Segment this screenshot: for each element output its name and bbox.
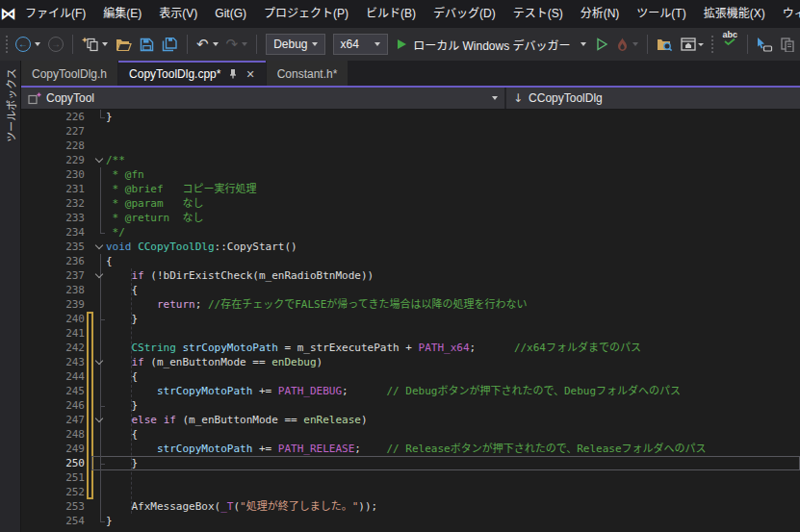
line-number[interactable]: 241 (21, 326, 85, 341)
menu-item-11[interactable]: ウィンドウ(W) (774, 0, 800, 28)
line-number[interactable]: 236 (21, 254, 85, 268)
run-caret-icon[interactable] (581, 42, 586, 46)
undo-caret-icon[interactable] (213, 42, 219, 46)
code-text[interactable]: * @brief コピー実行処理 (106, 182, 256, 196)
open-file-button[interactable] (113, 32, 135, 57)
find-in-files-button[interactable] (654, 32, 676, 57)
line-number[interactable]: 237 (21, 268, 85, 283)
code-text[interactable]: } (106, 110, 113, 124)
code-text[interactable]: else if (m_enButtonMode == enRelease) (106, 413, 368, 427)
code-text[interactable]: } (106, 398, 138, 413)
new-project-caret-icon[interactable] (102, 42, 108, 46)
code-text[interactable]: */ (106, 225, 125, 240)
menu-item-5[interactable]: ビルド(B) (357, 0, 425, 28)
line-number[interactable]: 245 (21, 384, 85, 398)
solution-platform-dropdown[interactable]: x64 (333, 34, 389, 55)
code-text[interactable]: } (106, 514, 113, 528)
code-text[interactable]: void CCopyToolDlg::CopyStart() (106, 240, 297, 254)
line-number[interactable]: 252 (21, 485, 85, 499)
menu-item-9[interactable]: ツール(T) (628, 0, 694, 28)
code-text[interactable]: { (106, 369, 138, 384)
code-editor[interactable]: 226}227228229/**230 * @fn231 * @brief コピ… (21, 110, 800, 532)
home-caret-icon[interactable] (698, 43, 704, 46)
line-number[interactable]: 244 (21, 369, 85, 384)
line-number[interactable]: 243 (21, 355, 85, 369)
profiler-button[interactable] (613, 32, 641, 57)
line-number[interactable]: 231 (21, 182, 85, 196)
line-number[interactable]: 230 (21, 167, 85, 182)
line-number[interactable]: 254 (21, 514, 85, 528)
toolbar-grip-handle[interactable] (6, 36, 8, 53)
new-project-button[interactable] (79, 32, 111, 57)
solution-home-button[interactable] (678, 32, 707, 57)
toolbar-grip-handle[interactable] (711, 36, 713, 53)
line-number[interactable]: 227 (21, 124, 85, 139)
menu-item-6[interactable]: デバッグ(D) (425, 0, 504, 28)
line-number[interactable]: 235 (21, 240, 85, 254)
code-text[interactable]: return; //存在チェックでFALSEが帰ってきた場合は以降の処理を行わな… (106, 297, 527, 312)
menu-item-8[interactable]: 分析(N) (572, 0, 629, 28)
menu-item-3[interactable]: Git(G) (206, 0, 255, 28)
line-number[interactable]: 251 (21, 470, 85, 485)
menu-item-2[interactable]: 表示(V) (150, 0, 206, 28)
menu-item-0[interactable]: ファイル(F) (16, 0, 94, 28)
save-button[interactable] (137, 32, 157, 57)
tab-copytooldlg-h[interactable]: CopyToolDlg.h (21, 61, 117, 86)
line-number[interactable]: 238 (21, 283, 85, 297)
clipboard-button[interactable] (778, 32, 799, 57)
menu-item-10[interactable]: 拡張機能(X) (695, 0, 774, 28)
toolbox-panel-tab[interactable]: ツールボックス (0, 61, 21, 532)
select-element-button[interactable] (754, 32, 776, 57)
line-number[interactable]: 234 (21, 225, 85, 240)
line-number[interactable]: 247 (21, 413, 85, 427)
member-dropdown[interactable]: ↓ CCopyToolDlg (506, 88, 800, 109)
line-number[interactable]: 246 (21, 398, 85, 413)
code-text[interactable]: } (106, 312, 138, 326)
code-text[interactable]: strCopyMotoPath += PATH_DEBUG; // Debugボ… (106, 384, 681, 398)
code-text[interactable]: * @param なし (106, 196, 203, 211)
tab-constant-h-[interactable]: Constant.h* (267, 61, 348, 86)
line-number[interactable]: 228 (21, 139, 85, 153)
line-number[interactable]: 253 (21, 499, 85, 514)
save-all-button[interactable] (159, 32, 181, 57)
line-number[interactable]: 250 (21, 456, 85, 470)
line-number[interactable]: 239 (21, 297, 85, 312)
line-number[interactable]: 240 (21, 312, 85, 326)
menu-item-1[interactable]: 編集(E) (94, 0, 150, 28)
code-text[interactable]: AfxMessageBox(_T("処理が終了しました。")); (106, 499, 377, 514)
code-text[interactable]: /** (106, 153, 125, 167)
code-text[interactable]: if (m_enButtonMode == enDebug) (106, 355, 323, 369)
code-text[interactable]: strCopyMotoPath += PATH_RELEASE; // Rele… (106, 442, 707, 456)
menu-item-7[interactable]: テスト(S) (504, 0, 572, 28)
tab-copytooldlg-cpp-[interactable]: CopyToolDlg.cpp*✕ (118, 61, 266, 86)
line-number[interactable]: 229 (21, 153, 85, 167)
code-text[interactable]: } (106, 456, 138, 470)
code-text[interactable]: { (106, 283, 138, 297)
menu-item-4[interactable]: プロジェクト(P) (255, 0, 357, 28)
spell-check-button[interactable]: abc (719, 32, 740, 57)
code-text[interactable]: { (106, 254, 113, 268)
start-without-debugging-button[interactable] (593, 32, 611, 57)
navigate-back-button[interactable]: ← (13, 32, 43, 57)
navigate-forward-button[interactable]: → (45, 32, 66, 57)
solution-config-dropdown[interactable]: Debug (266, 34, 324, 55)
line-number[interactable]: 249 (21, 442, 85, 456)
line-number[interactable]: 242 (21, 341, 85, 355)
close-icon[interactable]: ✕ (245, 69, 254, 80)
line-number[interactable]: 232 (21, 196, 85, 211)
line-number[interactable]: 233 (21, 211, 85, 225)
code-text[interactable]: CString strCopyMotoPath = m_strExecutePa… (106, 341, 641, 355)
code-text[interactable]: * @fn (106, 167, 144, 182)
redo-button[interactable]: ↷ (223, 32, 251, 57)
fold-region-tick (100, 406, 105, 407)
scope-dropdown[interactable]: CopyTool (21, 88, 504, 109)
code-text[interactable]: * @return なし (106, 211, 203, 225)
undo-button[interactable]: ↶ (194, 32, 221, 57)
code-text[interactable]: { (106, 427, 138, 442)
pin-icon[interactable] (228, 68, 238, 81)
line-number[interactable]: 226 (21, 110, 85, 124)
code-text[interactable]: if (!bDirExistCheck(m_enRadioBtnMode)) (106, 268, 374, 283)
line-number[interactable]: 248 (21, 427, 85, 442)
start-debugging-button[interactable]: ローカル Windows デバッガー (398, 37, 586, 53)
back-dropdown-caret-icon[interactable] (35, 42, 40, 46)
